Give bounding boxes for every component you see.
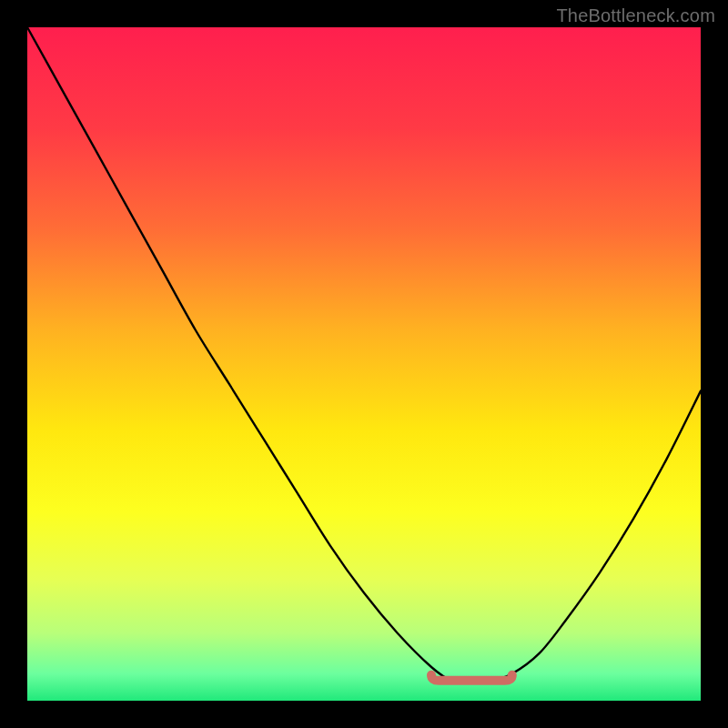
curve-line (27, 27, 701, 682)
line-chart (27, 27, 701, 701)
watermark-text: TheBottleneck.com (556, 5, 715, 26)
chart-container: TheBottleneck.com (0, 0, 728, 728)
plot-area (27, 27, 701, 701)
